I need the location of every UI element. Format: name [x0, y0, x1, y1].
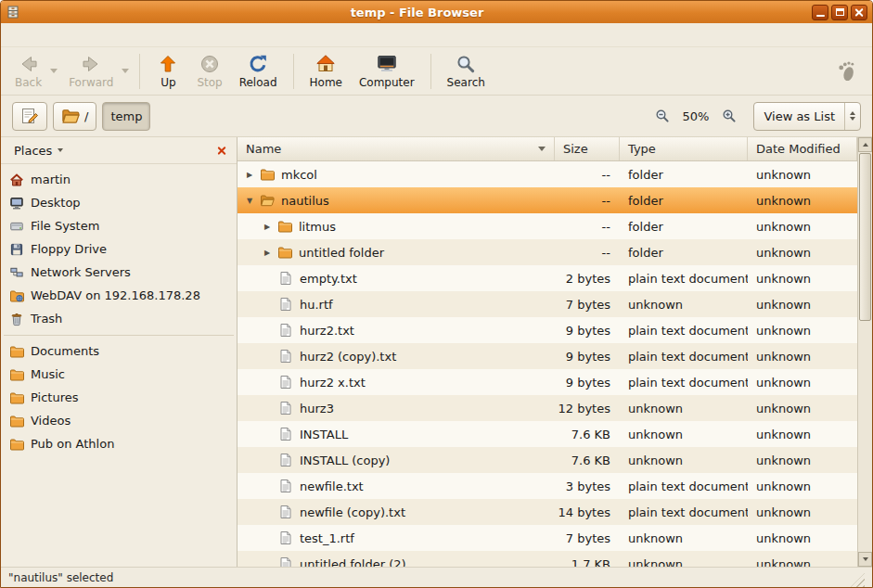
menu-item[interactable] — [42, 32, 58, 38]
zoom-in-icon — [722, 109, 737, 123]
expander-icon[interactable]: ▶ — [261, 249, 274, 257]
file-type: unknown — [620, 557, 748, 568]
expander-icon[interactable]: ▶ — [261, 223, 274, 231]
menu-item[interactable] — [75, 32, 92, 38]
file-row[interactable]: newfile (copy).txt 14 bytes plain text d… — [238, 499, 857, 525]
chevron-down-icon[interactable] — [122, 69, 129, 73]
toolbar-button[interactable]: Forward — [60, 50, 122, 92]
file-size: 2 bytes — [555, 272, 620, 286]
edit-note-icon — [20, 107, 39, 125]
file-row[interactable]: INSTALL (copy) 7.6 KB unknown unknown — [238, 447, 857, 473]
file-modified: unknown — [748, 505, 857, 519]
sidebar-item[interactable]: Pub on Athlon — [1, 432, 237, 455]
resize-grip[interactable] — [851, 573, 865, 587]
file-name: hurz2 (copy).txt — [300, 350, 396, 364]
path-root-button[interactable]: / — [53, 102, 96, 131]
sidebar-item[interactable]: Pictures — [1, 386, 237, 409]
file-list-pane: Name Size Type Date Modified — [238, 137, 872, 567]
file-name: litmus — [299, 220, 336, 234]
column-header-type[interactable]: Type — [620, 137, 748, 160]
file-row[interactable]: INSTALL 7.6 KB unknown unknown — [238, 421, 857, 447]
chevron-down-icon[interactable] — [50, 69, 58, 73]
toolbar-button-icon — [247, 53, 269, 75]
column-headers: Name Size Type Date Modified — [238, 137, 857, 161]
places-dropdown[interactable]: Places — [6, 141, 71, 160]
zoom-in-button[interactable] — [718, 105, 740, 127]
file-row[interactable]: hurz2 (copy).txt 9 bytes plain text docu… — [238, 343, 857, 369]
file-row[interactable]: ▶ mkcol -- folder unknown — [238, 161, 857, 187]
scrollbar-thumb[interactable] — [859, 153, 871, 321]
file-row[interactable]: newfile.txt 3 bytes plain text document … — [238, 473, 857, 499]
toolbar-button[interactable]: Up — [148, 50, 188, 92]
sidebar-item[interactable]: Documents — [1, 339, 237, 363]
vertical-scrollbar[interactable] — [857, 137, 872, 567]
scroll-down-button[interactable] — [858, 552, 872, 567]
scroll-up-button[interactable] — [858, 137, 872, 152]
close-sidebar-button[interactable] — [212, 141, 231, 160]
toolbar-button[interactable]: Reload — [231, 50, 286, 92]
sidebar-item[interactable]: File System — [1, 214, 237, 237]
sidebar-item[interactable]: Trash — [1, 307, 237, 330]
file-name-cell: test_1.rtf — [238, 530, 555, 545]
menu-item[interactable] — [58, 32, 75, 38]
close-button[interactable] — [851, 5, 867, 20]
path-current-button[interactable]: temp — [102, 102, 150, 131]
file-row[interactable]: untitled folder (2) 1.7 KB unknown unkno… — [238, 551, 857, 567]
view-mode-select[interactable]: View as List — [753, 102, 861, 131]
file-name-cell: ▶ mkcol — [238, 167, 555, 182]
path-root-label: / — [84, 109, 88, 123]
file-row[interactable]: ▶ untitled folder -- folder unknown — [238, 239, 857, 265]
menu-item[interactable] — [8, 32, 25, 38]
file-type-icon — [260, 167, 275, 182]
file-modified: unknown — [748, 454, 857, 467]
maximize-button[interactable] — [831, 5, 848, 20]
expander-icon[interactable]: ▼ — [243, 197, 256, 205]
sidebar-item[interactable]: Floppy Drive — [1, 237, 237, 261]
file-type-icon — [278, 453, 293, 467]
file-name: untitled folder (2) — [300, 557, 406, 568]
toolbar-button-label: Reload — [239, 76, 277, 89]
file-name-cell: hurz2.txt — [238, 323, 555, 338]
toolbar-button[interactable]: Search — [439, 50, 494, 92]
file-row[interactable]: empty.txt 2 bytes plain text document un… — [238, 265, 857, 291]
scrollbar-trough[interactable] — [858, 152, 872, 552]
toolbar-button[interactable]: Stop — [188, 50, 230, 92]
sidebar-item[interactable]: Videos — [1, 409, 237, 432]
file-row[interactable]: hurz3 12 bytes unknown unknown — [238, 395, 857, 421]
content-area: Places martin Desktop Fi — [1, 137, 872, 567]
chevron-updown-icon[interactable] — [844, 103, 860, 130]
file-name-cell: untitled folder (2) — [238, 556, 555, 567]
toolbar-button[interactable]: Back — [6, 50, 50, 92]
column-header-name[interactable]: Name — [238, 137, 555, 160]
places-sidebar: Places martin Desktop Fi — [1, 137, 238, 567]
window-title: temp - File Browser — [25, 6, 809, 19]
menu-item[interactable] — [25, 32, 42, 38]
titlebar[interactable]: temp - File Browser — [1, 1, 872, 23]
toggle-location-entry-button[interactable] — [12, 102, 47, 131]
sidebar-item[interactable]: Network Servers — [1, 261, 237, 284]
file-type-icon — [278, 323, 293, 338]
expander-icon[interactable]: ▶ — [243, 171, 256, 179]
file-row[interactable]: ▼ nautilus -- folder unknown — [238, 187, 857, 213]
sidebar-item-label: Pictures — [31, 390, 78, 404]
sidebar-item[interactable]: Music — [1, 363, 237, 386]
column-header-date[interactable]: Date Modified — [748, 137, 857, 160]
minimize-button[interactable] — [812, 5, 828, 20]
file-row[interactable]: ▶ litmus -- folder unknown — [238, 213, 857, 239]
sidebar-item[interactable]: Desktop — [1, 191, 237, 214]
column-header-size[interactable]: Size — [555, 137, 620, 160]
file-name: newfile (copy).txt — [300, 505, 405, 519]
menu-item[interactable] — [92, 32, 109, 38]
file-row[interactable]: test_1.rtf 7 bytes unknown unknown — [238, 525, 857, 551]
toolbar-button[interactable]: Computer — [351, 50, 423, 92]
file-row[interactable]: hurz2 x.txt 9 bytes plain text document … — [238, 369, 857, 395]
sidebar-item-label: Floppy Drive — [31, 242, 107, 256]
sidebar-item-label: Desktop — [31, 196, 81, 210]
zoom-out-button[interactable] — [651, 105, 674, 127]
sidebar-item[interactable]: WebDAV on 192.168.178.28 — [1, 284, 237, 307]
file-row[interactable]: hu.rtf 7 bytes unknown unknown — [238, 291, 857, 317]
sidebar-item[interactable]: martin — [1, 168, 237, 191]
sidebar-item[interactable] — [1, 330, 237, 339]
file-row[interactable]: hurz2.txt 9 bytes plain text document un… — [238, 317, 857, 343]
toolbar-button[interactable]: Home — [302, 50, 351, 92]
